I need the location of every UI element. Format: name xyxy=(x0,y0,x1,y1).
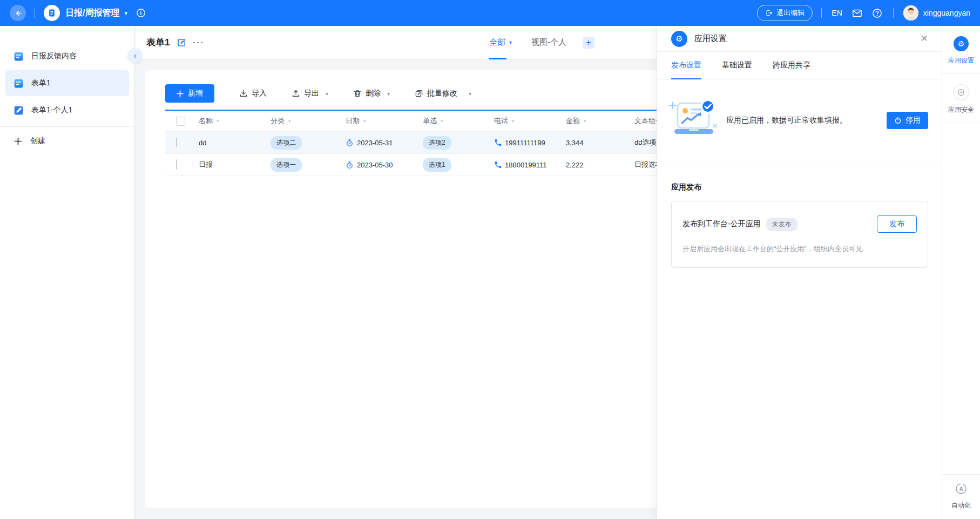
more-options-button[interactable]: ··· xyxy=(193,38,204,47)
svg-text:A: A xyxy=(959,486,963,492)
trash-icon xyxy=(353,89,362,98)
cell-date: 2023-05-31 xyxy=(346,139,423,147)
topbar-left: 日报/周报管理 ▾ xyxy=(10,5,146,21)
app-logo xyxy=(44,5,60,21)
sort-caret-icon[interactable]: ▾ xyxy=(441,118,443,124)
chevron-down-icon: ▾ xyxy=(326,91,328,97)
sidebar-collapse-button[interactable]: ‹ xyxy=(128,49,142,63)
cell-phone: 19911111199 xyxy=(494,139,566,147)
column-header: 日期 xyxy=(346,116,360,126)
sidebar-item-label: 表单1 xyxy=(31,78,51,88)
form-icon xyxy=(13,51,24,62)
chevron-down-icon[interactable]: ▾ xyxy=(124,10,127,17)
import-button[interactable]: 导入 xyxy=(239,89,267,98)
plus-icon: + xyxy=(586,38,591,48)
app-window: 日报/周报管理 ▾ 退出编辑 EN xingguangyan 日报反馈内容 xyxy=(0,0,980,519)
view-tab-all[interactable]: 全部 ▾ xyxy=(489,26,512,59)
username: xingguangyan xyxy=(923,9,970,17)
info-icon[interactable] xyxy=(136,8,146,18)
topbar: 日报/周报管理 ▾ 退出编辑 EN xingguangyan xyxy=(0,0,980,26)
batch-edit-label: 批量修改 xyxy=(427,89,457,98)
close-icon[interactable]: ✕ xyxy=(921,33,928,44)
export-icon xyxy=(292,89,300,98)
app-settings-panel: ⚙ 应用设置 ✕ 发布设置 基础设置 跨应用共享 xyxy=(657,26,942,519)
avatar[interactable] xyxy=(903,5,918,21)
exit-edit-button[interactable]: 退出编辑 xyxy=(757,5,813,21)
divider xyxy=(657,164,942,164)
view-tabs: 全部 ▾ 视图-个人 + xyxy=(489,26,594,59)
chevron-left-icon: ‹ xyxy=(134,51,137,60)
sidebar-item-label: 表单1-个人1 xyxy=(31,105,72,115)
phone-value: 19911111199 xyxy=(505,139,545,147)
tab-basic-settings[interactable]: 基础设置 xyxy=(722,52,752,79)
batch-edit-button[interactable]: 批量修改 ▾ xyxy=(415,89,471,98)
date-value: 2023-05-30 xyxy=(357,161,393,169)
divider xyxy=(35,8,35,18)
exit-edit-label: 退出编辑 xyxy=(776,8,805,18)
add-record-button[interactable]: 新增 xyxy=(165,84,214,103)
tab-label: 基础设置 xyxy=(722,60,752,70)
column-header: 分类 xyxy=(271,116,285,126)
gear-icon: ⚙ xyxy=(671,31,687,47)
status-badge: 未发布 xyxy=(766,218,797,231)
cell-phone: 18800199111 xyxy=(494,161,566,169)
publish-card-row: 发布到工作台-公开应用 未发布 发布 xyxy=(682,215,917,233)
sort-caret-icon[interactable]: ▾ xyxy=(584,118,586,124)
gear-glyph: ⚙ xyxy=(675,34,682,44)
delete-button[interactable]: 删除 ▾ xyxy=(353,89,390,98)
export-button[interactable]: 导出 ▾ xyxy=(292,89,328,98)
sort-caret-icon[interactable]: ▾ xyxy=(288,118,291,124)
sort-caret-icon[interactable]: ▾ xyxy=(217,118,219,124)
cell-amount: 2,222 xyxy=(566,161,634,169)
row-checkbox[interactable] xyxy=(176,159,177,170)
sort-caret-icon[interactable]: ▾ xyxy=(363,118,366,124)
rail-item-label: 自动化 xyxy=(942,501,980,510)
rail-spacer xyxy=(942,123,980,474)
column-header: 名称 xyxy=(199,116,213,126)
back-button[interactable] xyxy=(10,5,26,21)
delete-label: 删除 xyxy=(366,89,381,98)
sidebar-item-form-selected[interactable]: 表单1 xyxy=(5,70,129,96)
view-tab-label: 视图-个人 xyxy=(531,37,566,48)
view-tab-label: 全部 xyxy=(489,37,505,48)
pencil-form-icon xyxy=(13,105,24,116)
rail-item-app-settings[interactable]: ⚙ 应用设置 xyxy=(942,26,980,74)
create-form-button[interactable]: 创建 xyxy=(0,127,134,155)
plus-icon xyxy=(14,137,22,145)
panel-title: 应用设置 xyxy=(694,33,727,44)
mail-icon[interactable] xyxy=(852,8,862,18)
row-checkbox[interactable] xyxy=(176,137,177,147)
automation-icon: A xyxy=(954,481,969,496)
shield-icon xyxy=(953,84,969,100)
tab-publish-settings[interactable]: 发布设置 xyxy=(671,52,701,79)
help-icon[interactable] xyxy=(872,8,882,18)
tab-label: 跨应用共享 xyxy=(773,60,810,70)
disable-app-label: 停用 xyxy=(905,116,921,125)
gear-icon: ⚙ xyxy=(954,36,969,51)
rail-item-label: 应用安全 xyxy=(942,105,980,114)
column-header: 电话 xyxy=(494,116,508,126)
category-tag: 选项一 xyxy=(271,158,302,172)
tab-label: 发布设置 xyxy=(671,60,701,70)
avatar-image xyxy=(903,5,918,21)
select-all-checkbox[interactable] xyxy=(176,117,185,126)
sidebar-item-form[interactable]: 日报反馈内容 xyxy=(5,43,129,69)
cell-date: 2023-05-30 xyxy=(346,161,423,169)
sort-caret-icon[interactable]: ▾ xyxy=(512,118,515,124)
disable-app-button[interactable]: 停用 xyxy=(887,112,928,129)
app-status-message: 应用已启用，数据可正常收集填报。 xyxy=(726,116,887,125)
form-icon xyxy=(13,78,24,89)
publish-button[interactable]: 发布 xyxy=(877,215,917,233)
sidebar-item-personal-view[interactable]: 表单1-个人1 xyxy=(5,97,129,123)
rail-item-automation[interactable]: A 自动化 xyxy=(942,474,980,519)
language-switch[interactable]: EN xyxy=(832,9,842,17)
create-label: 创建 xyxy=(30,136,45,146)
rail-item-app-security[interactable]: 应用安全 xyxy=(942,74,980,123)
view-tab-personal[interactable]: 视图-个人 xyxy=(531,26,566,59)
tab-cross-app-sharing[interactable]: 跨应用共享 xyxy=(773,52,810,79)
publish-item-title: 发布到工作台-公开应用 xyxy=(682,219,761,229)
date-value: 2023-05-31 xyxy=(357,139,393,147)
batch-edit-icon xyxy=(415,89,423,98)
add-view-button[interactable]: + xyxy=(583,37,594,49)
edit-title-icon[interactable] xyxy=(177,38,186,47)
